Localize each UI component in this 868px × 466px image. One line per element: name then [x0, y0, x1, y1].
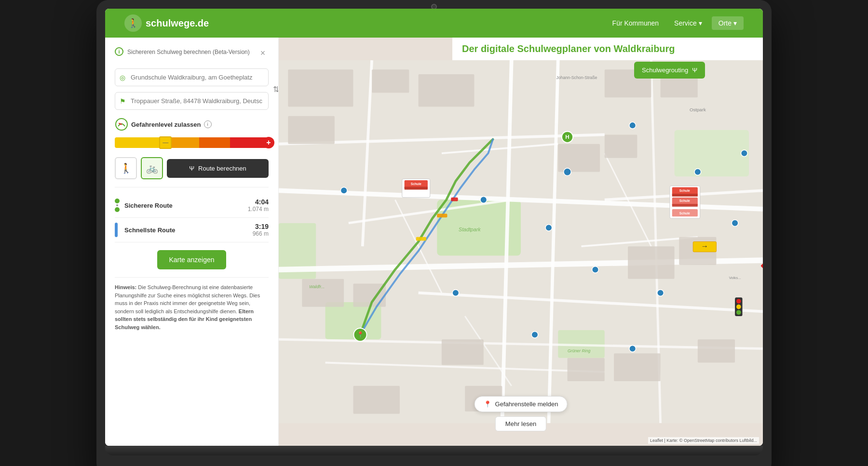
transport-bike-button[interactable]: 🚲 [141, 157, 163, 179]
page-title-area: Der digitale Schulwegplaner von Waldkrai… [452, 38, 763, 60]
svg-rect-40 [442, 339, 484, 365]
transport-row: 🚶 🚲 Ψ Route berechnen [115, 157, 269, 179]
from-input[interactable] [115, 68, 269, 86]
svg-point-66 [452, 290, 459, 296]
danger-slider[interactable]: — + [115, 136, 269, 149]
site-header: 🚶 schulwege.de Für Kommunen Service ▾ Or… [105, 9, 763, 38]
svg-text:Schule: Schule [679, 189, 690, 192]
svg-point-67 [531, 332, 538, 338]
svg-point-78 [736, 305, 741, 309]
safer-route-result: Sicherere Route 4:04 1.074 m [115, 193, 269, 218]
svg-rect-38 [614, 353, 661, 381]
svg-text:Stadtpark: Stadtpark [459, 226, 481, 232]
danger-text: Gefahrenlevel zulassen [131, 121, 201, 128]
svg-rect-54 [672, 194, 698, 197]
swap-button[interactable]: ⇅ [273, 85, 279, 94]
location-pin-icon: 📍 [484, 400, 491, 408]
bike-icon: 🚲 [146, 162, 158, 174]
svg-rect-44 [437, 214, 447, 218]
route-dot-container [115, 199, 120, 212]
gefahrenstelle-button[interactable]: 📍 Gefahrenstelle melden [475, 396, 568, 412]
svg-rect-31 [558, 144, 600, 172]
svg-text:Ostpark: Ostpark [690, 107, 706, 112]
svg-rect-4 [326, 302, 381, 339]
laptop-base [105, 446, 763, 455]
safer-route-time-dist: 4:04 1.074 m [248, 198, 269, 213]
panel-title: Sichereren Schulweg berechnen (Beta-Vers… [127, 48, 250, 55]
svg-text:Waldfr...: Waldfr... [309, 284, 325, 289]
mehr-lesen-button[interactable]: Mehr lesen [495, 416, 546, 431]
nav-orte[interactable]: Orte ▾ [712, 16, 744, 30]
nav-service[interactable]: Service ▾ [668, 16, 708, 30]
svg-text:Grüner Ring: Grüner Ring [568, 348, 590, 353]
svg-text:Volks...: Volks... [729, 276, 741, 280]
slider-track: — [115, 137, 269, 148]
main-area: i Sichereren Schulweg berechnen (Beta-Ve… [105, 38, 763, 446]
fastest-route-left: Schnellste Route [115, 223, 175, 237]
svg-rect-57 [672, 204, 698, 207]
logo-area: 🚶 schulwege.de [124, 14, 209, 32]
slider-plus[interactable]: + [263, 137, 274, 148]
left-panel: i Sichereren Schulweg berechnen (Beta-Ve… [105, 38, 279, 446]
schulwegrouting-icon: Ψ [692, 67, 697, 74]
route-icon: Ψ [189, 165, 194, 172]
from-input-group: ◎ [115, 68, 269, 86]
svg-point-61 [564, 168, 571, 175]
fastest-route-time: 3:19 [253, 223, 269, 230]
inputs-container: ◎ ⇅ ⚑ [115, 68, 269, 110]
svg-rect-39 [698, 339, 735, 362]
svg-rect-26 [288, 116, 335, 144]
svg-rect-35 [302, 279, 344, 307]
chevron-down-icon: ▾ [699, 19, 702, 27]
svg-text:Johann-Schon-Straße: Johann-Schon-Straße [556, 75, 597, 80]
transport-walk-button[interactable]: 🚶 [115, 157, 137, 179]
karte-anzeigen-button[interactable]: Karte anzeigen [157, 250, 226, 269]
svg-text:Schule: Schule [679, 212, 690, 215]
svg-rect-36 [353, 283, 386, 306]
svg-point-77 [736, 299, 741, 304]
safer-route-dist: 1.074 m [248, 206, 269, 213]
slider-thumb: — [159, 136, 172, 149]
map-attribution: Leaflet | Karte: © OpenStreetMap contrib… [648, 437, 759, 444]
svg-rect-43 [416, 237, 426, 241]
logo-text[interactable]: schulwege.de [146, 18, 209, 29]
to-input[interactable] [115, 92, 269, 110]
schulwegrouting-label: Schulwegrouting [642, 67, 688, 74]
route-berechnen-button[interactable]: Ψ Route berechnen [167, 159, 269, 178]
to-input-group: ⚑ [115, 92, 269, 110]
logo-icon: 🚶 [124, 14, 142, 32]
svg-point-79 [736, 310, 741, 315]
info-icon: i [115, 47, 123, 56]
svg-rect-28 [419, 74, 475, 107]
close-button[interactable]: × [257, 47, 269, 59]
svg-rect-5 [675, 130, 749, 177]
svg-rect-32 [605, 134, 637, 158]
map-svg: 📍 Schule Schule Schule [279, 38, 763, 446]
svg-point-72 [741, 150, 748, 157]
hinweis-text: Hinweis: Die Schulweg-Berechnung ist ein… [115, 277, 269, 331]
svg-point-63 [629, 122, 636, 129]
route-dot-bottom [115, 207, 120, 212]
danger-info-icon[interactable]: i [204, 120, 212, 128]
svg-rect-37 [568, 358, 605, 381]
svg-point-70 [657, 290, 664, 296]
safer-route-left: Sicherere Route [115, 199, 173, 212]
nav-fuer-kommunen[interactable]: Für Kommunen [607, 16, 665, 30]
flag-icon: ⚑ [120, 97, 126, 105]
route-dot-mid [116, 204, 118, 206]
svg-text:Schule: Schule [411, 182, 421, 186]
fastest-route-dist: 966 m [253, 230, 269, 237]
fastest-route-row: Schnellste Route 3:19 966 m [115, 223, 269, 237]
schulwegrouting-button[interactable]: Schulwegrouting Ψ [634, 62, 705, 79]
panel-header: i Sichereren Schulweg berechnen (Beta-Ve… [115, 47, 269, 59]
svg-point-64 [480, 197, 487, 203]
svg-rect-25 [288, 69, 353, 107]
safer-route-time: 4:04 [248, 198, 269, 206]
svg-point-68 [694, 169, 701, 175]
safer-route-name: Sicherere Route [124, 202, 173, 209]
svg-text:Schule: Schule [679, 199, 690, 202]
svg-point-62 [545, 225, 552, 231]
laptop-screen: 🚶 schulwege.de Für Kommunen Service ▾ Or… [105, 9, 763, 446]
walk-icon: 🚶 [120, 162, 132, 174]
route-blue-bar [115, 223, 118, 237]
